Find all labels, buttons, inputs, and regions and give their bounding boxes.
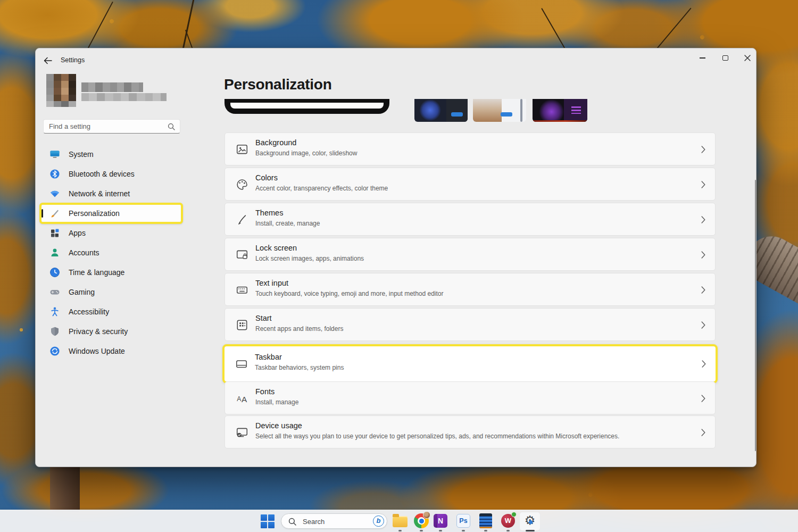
start-icon xyxy=(236,319,248,331)
chrome-icon-center xyxy=(419,519,424,523)
back-button[interactable] xyxy=(43,56,53,65)
windows-logo-icon xyxy=(268,514,275,521)
card-subtitle: Install, create, manage xyxy=(255,220,320,227)
sidebar-item-label: Accessibility xyxy=(69,307,109,316)
scrollbar-thumb[interactable] xyxy=(755,180,756,451)
background-icon xyxy=(236,143,248,156)
wps-office-icon[interactable]: W xyxy=(501,514,515,528)
search-input[interactable] xyxy=(49,120,161,132)
card-title: Taskbar xyxy=(255,353,282,361)
card-title: Colors xyxy=(255,173,278,182)
sidebar-item-accounts[interactable]: Accounts xyxy=(39,243,183,262)
file-explorer-icon[interactable] xyxy=(393,516,408,527)
chrome-icon[interactable] xyxy=(414,513,429,528)
sidebar-item-label: Bluetooth & devices xyxy=(69,170,135,178)
maximize-icon xyxy=(722,55,728,61)
sidebar-item-label: Gaming xyxy=(69,288,95,296)
username-pixelated xyxy=(81,82,143,92)
search-icon xyxy=(168,123,175,130)
theme-preview-monitor-screen xyxy=(230,103,384,109)
chevron-right-icon xyxy=(701,395,705,404)
running-indicator xyxy=(484,530,487,531)
theme-thumb-beach xyxy=(473,99,502,122)
taskbar: Search b N Ps W ⚙ xyxy=(0,510,798,532)
device-usage-icon xyxy=(236,426,248,439)
settings-card-taskbar[interactable]: Taskbar Taskbar behaviors, system pins xyxy=(225,347,716,380)
theme-preview-monitor xyxy=(225,99,389,114)
personalization-icon xyxy=(49,208,60,219)
chevron-right-icon xyxy=(702,360,706,370)
card-subtitle: Lock screen images, apps, animations xyxy=(255,255,364,262)
sidebar-item-windows-update[interactable]: Windows Update xyxy=(39,342,183,361)
settings-card-background[interactable]: Background Background image, color, slid… xyxy=(225,132,716,165)
start-button[interactable] xyxy=(261,514,275,528)
maximize-button[interactable] xyxy=(717,53,733,63)
sidebar-item-label: Personalization xyxy=(69,209,120,218)
settings-card-device-usage[interactable]: Device usage Select all the ways you pla… xyxy=(225,415,716,448)
sidebar-item-system[interactable]: System xyxy=(39,145,183,164)
theme-thumb-window-edge xyxy=(520,99,522,122)
theme-thumb-ember xyxy=(533,120,587,122)
close-button[interactable] xyxy=(739,53,755,63)
sidebar-item-bluetooth-devices[interactable]: Bluetooth & devices xyxy=(39,164,183,184)
running-indicator xyxy=(439,530,442,531)
sidebar-item-privacy-security[interactable]: Privacy & security xyxy=(39,322,183,341)
sidebar-item-apps[interactable]: Apps xyxy=(39,223,183,243)
page-title: Personalization xyxy=(224,76,331,93)
settings-card-themes[interactable]: Themes Install, create, manage xyxy=(225,203,716,236)
onenote-icon[interactable]: N xyxy=(434,514,447,528)
photoshop-icon[interactable]: Ps xyxy=(456,514,470,528)
settings-window: Settings xyxy=(35,48,757,467)
accessibility-icon xyxy=(49,306,60,317)
accounts-icon xyxy=(49,247,60,258)
sidebar-item-network-internet[interactable]: Network & internet xyxy=(39,184,183,203)
gear-icon-center xyxy=(529,520,533,524)
gaming-icon xyxy=(49,287,60,297)
chevron-right-icon xyxy=(701,321,705,331)
theme-thumbnail-dark[interactable] xyxy=(414,99,468,122)
avatar[interactable] xyxy=(46,74,76,109)
bing-icon[interactable]: b xyxy=(373,516,384,527)
chevron-right-icon xyxy=(701,216,705,226)
text-input-icon xyxy=(236,284,248,296)
sidebar-item-label: Privacy & security xyxy=(69,327,128,336)
card-subtitle: Select all the ways you plan to use your… xyxy=(255,433,619,440)
settings-app-button[interactable]: ⚙ xyxy=(519,512,541,531)
card-title: Text input xyxy=(255,279,288,287)
sidebar-item-time-language[interactable]: Time & language xyxy=(39,263,183,282)
windows-logo-icon xyxy=(261,522,267,528)
card-subtitle: Recent apps and items, folders xyxy=(255,325,343,332)
windows-logo-icon xyxy=(261,514,267,521)
theme-thumbnail-light[interactable] xyxy=(473,99,526,122)
chevron-right-icon xyxy=(701,146,705,155)
running-indicator xyxy=(462,530,465,531)
close-icon xyxy=(744,55,751,61)
settings-card-start[interactable]: Start Recent apps and items, folders xyxy=(225,308,716,341)
sidebar-item-accessibility[interactable]: Accessibility xyxy=(39,302,183,321)
theme-thumb-window xyxy=(446,99,468,122)
taskbar-search[interactable]: Search b xyxy=(281,513,387,529)
bluetooth-icon xyxy=(49,169,60,179)
sidebar-item-personalization[interactable]: Personalization xyxy=(39,204,183,223)
theme-thumbnail-purple[interactable] xyxy=(533,99,587,122)
notes-icon[interactable] xyxy=(479,513,492,528)
settings-card-lock-screen[interactable]: Lock screen Lock screen images, apps, an… xyxy=(225,238,716,271)
time-language-icon xyxy=(49,267,60,278)
avatar-pixelated-image xyxy=(46,74,76,107)
settings-card-colors[interactable]: Colors Accent color, transparency effect… xyxy=(225,168,716,201)
username-pixelated-line2 xyxy=(81,93,167,101)
network-icon xyxy=(49,188,60,199)
card-subtitle: Background image, color, slideshow xyxy=(255,149,357,157)
theme-thumb-button xyxy=(501,112,512,117)
minimize-button[interactable] xyxy=(694,53,710,63)
chevron-right-icon xyxy=(701,286,705,296)
settings-card-text-input[interactable]: Text input Touch keyboard, voice typing,… xyxy=(225,273,716,306)
sidebar-item-gaming[interactable]: Gaming xyxy=(39,282,183,302)
svg-text:A: A xyxy=(242,395,247,404)
taskbar-search-label: Search xyxy=(303,518,325,526)
theme-thumb-bloom xyxy=(415,99,447,122)
active-app-indicator xyxy=(526,530,535,531)
colors-icon xyxy=(236,178,248,191)
chrome-profile-badge xyxy=(423,511,430,519)
settings-card-fonts[interactable]: AA Fonts Install, manage xyxy=(225,381,716,414)
